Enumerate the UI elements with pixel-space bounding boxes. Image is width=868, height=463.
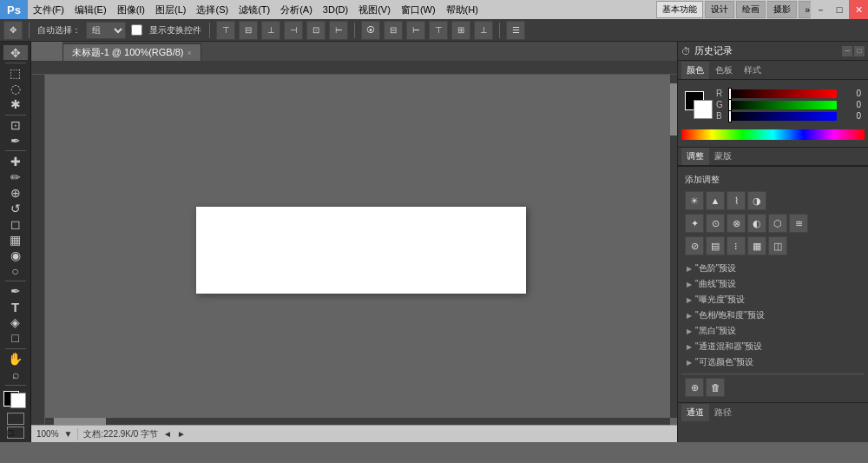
adj-item-0[interactable]: ▶ "色阶"预设 [681, 261, 865, 276]
menu-view[interactable]: 视图(V) [353, 0, 396, 19]
menu-window[interactable]: 窗口(W) [396, 0, 441, 19]
adj-bottom-trash[interactable]: 🗑 [706, 378, 725, 397]
dist-vcenter[interactable]: ⊞ [451, 21, 470, 40]
menu-layer[interactable]: 图层(L) [150, 0, 191, 19]
tool-marquee[interactable]: ⬚ [3, 66, 28, 81]
adj-item-3[interactable]: ▶ "色相/饱和度"预设 [681, 308, 865, 323]
app-logo[interactable]: Ps [0, 0, 28, 19]
arrange-btn[interactable]: ☰ [506, 21, 525, 40]
workspace-basic[interactable]: 基本功能 [656, 1, 703, 18]
tool-crop[interactable]: ⊡ [3, 117, 28, 132]
align-bottom[interactable]: ⊥ [261, 21, 280, 40]
history-label[interactable]: 历史记录 [694, 44, 733, 57]
adj-exposure[interactable]: ◑ [747, 191, 766, 210]
background-color[interactable] [10, 393, 26, 408]
r-thumb[interactable] [728, 88, 732, 100]
tool-pen[interactable]: ✒ [3, 284, 28, 299]
tool-history-brush[interactable]: ↺ [3, 201, 28, 215]
tool-path-select[interactable]: ◈ [3, 315, 28, 330]
auto-select-dropdown[interactable]: 组 图层 [86, 22, 126, 39]
fg-bg-colors[interactable] [3, 391, 28, 408]
dist-bottom[interactable]: ⊥ [474, 21, 493, 40]
screen-mode[interactable]: □ [7, 427, 24, 439]
tool-move[interactable]: ✥ [3, 45, 28, 60]
align-hcenter[interactable]: ⊡ [306, 21, 326, 40]
menu-filter[interactable]: 滤镜(T) [233, 0, 275, 19]
adj-item-1[interactable]: ▶ "曲线"预设 [681, 276, 865, 292]
adj-invert[interactable]: ⊘ [685, 236, 704, 255]
adj-posterize[interactable]: ▤ [706, 236, 725, 255]
app-restore[interactable]: □ [830, 0, 849, 19]
r-slider[interactable] [728, 89, 837, 98]
b-thumb[interactable] [728, 110, 732, 122]
workspace-photo[interactable]: 摄影 [767, 1, 797, 18]
tool-hand[interactable]: ✋ [3, 352, 28, 367]
adj-levels[interactable]: ▲ [706, 191, 725, 210]
tool-lasso[interactable]: ◌ [3, 82, 28, 96]
dist-hcenter[interactable]: ⊟ [384, 21, 403, 40]
g-thumb[interactable] [728, 99, 732, 111]
adj-selective-color[interactable]: ◫ [768, 236, 787, 255]
tab-channels[interactable]: 通道 [681, 404, 709, 421]
quick-mask-off[interactable] [7, 413, 24, 425]
tool-eyedropper[interactable]: ✒ [3, 133, 28, 148]
dist-left[interactable]: ⦿ [361, 21, 380, 40]
workspace-paint[interactable]: 绘画 [736, 1, 766, 18]
b-slider[interactable] [728, 112, 837, 121]
dist-top[interactable]: ⊤ [429, 21, 448, 40]
adj-threshold[interactable]: ⫶ [727, 236, 746, 255]
align-vcenter[interactable]: ⊟ [239, 21, 258, 40]
tool-quick-select[interactable]: ✱ [3, 97, 28, 112]
tool-gradient[interactable]: ▦ [3, 232, 28, 247]
adj-item-5[interactable]: ▶ "通道混和器"预设 [681, 339, 865, 354]
app-close[interactable]: ✕ [849, 0, 868, 19]
tab-styles[interactable]: 样式 [739, 62, 766, 79]
dist-right[interactable]: ⊢ [406, 21, 425, 40]
zoom-menu-arrow[interactable]: ▼ [64, 429, 73, 439]
v-scroll-thumb[interactable] [670, 83, 677, 136]
adj-bw[interactable]: ◐ [747, 214, 766, 233]
canvas-content[interactable] [45, 75, 677, 442]
app-minimize[interactable]: － [811, 0, 830, 19]
tool-shape[interactable]: □ [3, 331, 28, 346]
tool-dodge[interactable]: ○ [3, 263, 28, 278]
menu-help[interactable]: 帮助(H) [441, 0, 483, 19]
adj-curves[interactable]: ⌇ [727, 191, 746, 210]
tab-paths[interactable]: 路径 [709, 404, 737, 421]
tool-brush[interactable]: ✏ [3, 169, 28, 184]
menu-select[interactable]: 选择(S) [191, 0, 233, 19]
tool-blur[interactable]: ◉ [3, 248, 28, 262]
tool-clone[interactable]: ⊕ [3, 185, 28, 200]
adj-hue-sat[interactable]: ⊙ [706, 214, 725, 233]
tab-adjustments[interactable]: 调整 [681, 148, 709, 165]
tab-color[interactable]: 颜色 [681, 62, 709, 79]
align-right[interactable]: ⊢ [329, 21, 348, 40]
tool-eraser[interactable]: ◻ [3, 216, 28, 231]
adj-bottom-new[interactable]: ⊕ [685, 378, 704, 397]
vertical-scrollbar[interactable] [670, 75, 677, 418]
document-tab-close[interactable]: × [187, 49, 192, 57]
menu-image[interactable]: 图像(I) [112, 0, 150, 19]
adj-color-balance[interactable]: ⊗ [727, 214, 746, 233]
move-tool-options[interactable]: ✥ [3, 21, 23, 40]
adj-item-4[interactable]: ▶ "黑白"预设 [681, 323, 865, 339]
align-left[interactable]: ⊣ [284, 21, 303, 40]
horizontal-scrollbar[interactable] [45, 418, 670, 425]
tool-zoom[interactable]: ⌕ [3, 367, 28, 382]
tab-mask[interactable]: 蒙版 [709, 148, 737, 165]
doc-info-right[interactable]: ► [177, 429, 186, 439]
menu-file[interactable]: 文件(F) [28, 0, 69, 19]
g-slider[interactable] [728, 101, 837, 109]
color-spectrum[interactable] [681, 129, 865, 140]
h-scroll-thumb[interactable] [54, 418, 106, 425]
panel-collapse[interactable]: ─ [842, 46, 852, 56]
doc-info-left[interactable]: ◄ [163, 429, 172, 439]
menu-analysis[interactable]: 分析(A) [275, 0, 318, 19]
adj-photo-filter[interactable]: ⬡ [768, 214, 787, 233]
workspace-design[interactable]: 设计 [705, 1, 734, 18]
tool-healing[interactable]: ✚ [3, 154, 28, 169]
align-top[interactable]: ⊤ [216, 21, 235, 40]
adj-vibrance[interactable]: ✦ [685, 214, 704, 233]
menu-edit[interactable]: 编辑(E) [69, 0, 112, 19]
adj-item-2[interactable]: ▶ "曝光度"预设 [681, 292, 865, 308]
